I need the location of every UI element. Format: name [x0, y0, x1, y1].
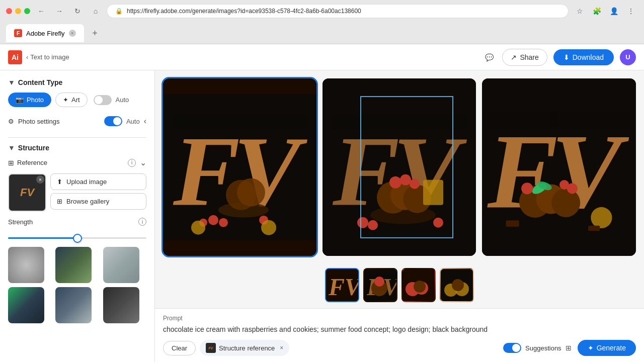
svg-rect-22: [423, 180, 443, 205]
image-card-1[interactable]: F V: [163, 78, 316, 256]
chat-icon[interactable]: 💬: [482, 50, 496, 64]
prompt-label: Prompt: [163, 315, 636, 322]
svg-point-45: [374, 277, 384, 287]
browser-toolbar: ← → ↻ ⌂ 🔒 https://firefly.adobe.com/gene…: [0, 0, 644, 22]
download-icon: ⬇: [564, 53, 570, 61]
art-type-btn[interactable]: ✦ Art: [55, 93, 88, 107]
photo-type-btn[interactable]: 📷 Photo: [8, 93, 51, 107]
suggestions-row: Suggestions ⊞: [503, 343, 572, 353]
svg-point-34: [521, 183, 533, 194]
reference-row: ⊞ Reference i ⌄: [8, 158, 146, 167]
structure-reference-tag: FV Structure reference ×: [200, 340, 289, 356]
svg-point-36: [559, 180, 569, 190]
profile-btn[interactable]: 👤: [607, 4, 621, 18]
structure-section: ▼ Structure ⊞ Reference i ⌄ FV: [8, 144, 146, 323]
image-card-2[interactable]: F V: [323, 78, 476, 256]
thumbnail-2[interactable]: FV: [363, 268, 397, 302]
content-area: F V: [155, 70, 644, 362]
camera-icon: 📷: [16, 96, 24, 104]
svg-point-7: [219, 218, 228, 227]
app-header-right: 💬 ↗ Share ⬇ Download U: [482, 49, 636, 66]
image-card-3[interactable]: F V: [482, 78, 636, 256]
tag-label: Structure reference: [219, 344, 275, 352]
svg-point-24: [368, 220, 378, 230]
style-thumb-4[interactable]: [8, 287, 44, 323]
svg-point-31: [551, 189, 580, 217]
style-thumb-1[interactable]: [8, 247, 44, 283]
strength-slider[interactable]: [8, 237, 146, 239]
strength-info-icon[interactable]: i: [138, 218, 146, 226]
style-thumb-3[interactable]: [103, 247, 139, 283]
images-grid: F V: [155, 70, 644, 264]
back-nav-btn[interactable]: ←: [34, 4, 48, 18]
more-btn[interactable]: ⋮: [624, 4, 638, 18]
reload-btn[interactable]: ↻: [70, 4, 85, 18]
suggestions-icon: ⊞: [566, 344, 572, 352]
prompt-actions: Suggestions ⊞ ✦ Generate: [503, 340, 636, 356]
content-type-header: ▼ Content Type: [8, 78, 146, 86]
prompt-area: Prompt chocolate ice cream with raspberr…: [155, 308, 644, 362]
window-controls: [6, 8, 30, 14]
style-thumb-5[interactable]: [55, 287, 92, 323]
share-button[interactable]: ↗ Share: [502, 49, 547, 66]
grid-icon: ⊞: [8, 159, 14, 167]
extensions-btn[interactable]: 🧩: [590, 4, 604, 18]
upload-buttons: ⬆ Upload image ⊞ Browse gallery: [50, 173, 146, 212]
prompt-text[interactable]: chocolate ice cream with raspberries and…: [163, 325, 636, 335]
svg-point-6: [208, 215, 218, 225]
auto-toggle[interactable]: [94, 95, 112, 105]
share-icon: ↗: [511, 53, 517, 61]
prompt-footer: Clear FV Structure reference × Sugge: [163, 340, 636, 356]
photo-settings-toggle[interactable]: [104, 116, 122, 126]
download-button[interactable]: ⬇ Download: [553, 49, 614, 65]
photo-settings-row: ⚙ Photo settings Auto ‹: [8, 113, 146, 129]
thumbnail-1[interactable]: FV: [325, 268, 359, 302]
photo-settings-auto-label: Auto: [126, 118, 140, 125]
user-avatar[interactable]: U: [620, 49, 636, 65]
close-window-btn[interactable]: [6, 8, 12, 14]
page-title: Text to image: [30, 53, 69, 61]
tab-close-btn[interactable]: ×: [69, 30, 76, 37]
food-image-3-svg: F V: [482, 78, 636, 256]
minimize-window-btn[interactable]: [15, 8, 21, 14]
address-bar[interactable]: 🔒 https://firefly.adobe.com/generate/ima…: [107, 4, 569, 18]
style-grid: [8, 247, 146, 323]
fv-remove-btn[interactable]: ×: [36, 175, 44, 184]
style-thumb-2[interactable]: [55, 247, 92, 283]
thumbnail-3[interactable]: [401, 268, 436, 302]
structure-toggle-icon: ▼: [8, 144, 15, 152]
reference-info-icon[interactable]: i: [128, 159, 136, 167]
app-header: Ai ‹ Text to image 💬 ↗ Share ⬇ Download …: [0, 44, 644, 70]
maximize-window-btn[interactable]: [24, 8, 30, 14]
main-content: ▼ Content Type 📷 Photo ✦ Art: [0, 70, 644, 362]
upload-image-btn[interactable]: ⬆ Upload image: [50, 173, 146, 190]
prompt-tags: Clear FV Structure reference ×: [163, 340, 289, 356]
tag-close-btn[interactable]: ×: [280, 344, 283, 351]
browse-gallery-btn[interactable]: ⊞ Browse gallery: [50, 193, 146, 210]
app-header-left: Ai ‹ Text to image: [8, 50, 69, 64]
suggestions-toggle[interactable]: [503, 343, 521, 353]
svg-point-19: [389, 176, 401, 189]
generate-button[interactable]: ✦ Generate: [578, 340, 636, 356]
slider-container: [8, 230, 146, 243]
fv-thumbnail[interactable]: FV ×: [8, 173, 46, 212]
clear-button[interactable]: Clear: [163, 341, 196, 355]
svg-text:FV: FV: [328, 274, 359, 300]
bookmark-btn[interactable]: ☆: [573, 4, 587, 18]
back-button[interactable]: ‹ Text to image: [26, 53, 69, 61]
thumbnail-4[interactable]: [440, 268, 474, 302]
home-btn[interactable]: ⌂: [89, 4, 103, 18]
svg-rect-38: [506, 220, 519, 227]
photo-settings-chevron-icon[interactable]: ‹: [144, 117, 146, 126]
style-thumb-6[interactable]: [103, 287, 139, 323]
art-icon: ✦: [63, 96, 68, 104]
forward-nav-btn[interactable]: →: [52, 4, 66, 18]
reference-chevron-icon[interactable]: ⌄: [140, 158, 146, 167]
adobe-logo: Ai: [8, 50, 22, 64]
new-tab-btn[interactable]: +: [88, 26, 102, 40]
settings-icon: ⚙: [8, 118, 14, 125]
active-tab[interactable]: F Adobe Firefly ×: [6, 24, 84, 42]
svg-point-10: [261, 220, 276, 235]
upload-icon: ⬆: [57, 178, 62, 186]
structure-title: Structure: [18, 144, 49, 152]
